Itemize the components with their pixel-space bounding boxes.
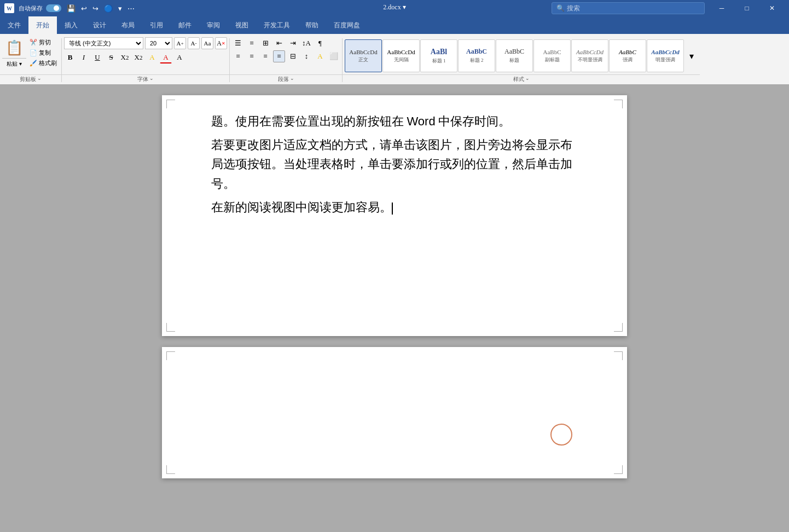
tab-design[interactable]: 设计 (85, 16, 114, 34)
undo-button[interactable]: ↩ (79, 3, 89, 14)
format-painter-icon: 🖌️ (30, 60, 37, 67)
font-shrink-button[interactable]: A- (188, 37, 200, 49)
tab-insert[interactable]: 插入 (57, 16, 85, 34)
columns-button[interactable]: ⊟ (287, 50, 299, 62)
redo-button[interactable]: ↪ (90, 3, 101, 14)
customize-qat[interactable]: ▾ (116, 3, 124, 14)
copy-icon: 📄 (30, 49, 37, 56)
page-2-corner-tr (614, 351, 623, 360)
page-1[interactable]: 题。使用在需要位置出现的新按钮在 Word 中保存时间。 若要更改图片适应文档的… (162, 95, 627, 336)
paragraph-expand-button[interactable]: ⌄ (290, 76, 294, 83)
bold-button[interactable]: B (64, 51, 76, 63)
auto-save-options[interactable]: 🔵 (102, 3, 115, 14)
style-intense-emphasis[interactable]: AaBbCcDd 明显强调 (647, 39, 684, 72)
more-commands[interactable]: ⋯ (125, 3, 137, 14)
font-color-button[interactable]: A (160, 51, 172, 63)
change-case-button[interactable]: Aa (201, 37, 213, 49)
page-corner-br (614, 323, 623, 332)
styles-expand-button[interactable]: ⌄ (525, 76, 530, 83)
page-1-content[interactable]: 题。使用在需要位置出现的新按钮在 Word 中保存时间。 若要更改图片适应文档的… (211, 112, 578, 217)
search-icon: 🔍 (556, 4, 565, 13)
tab-home[interactable]: 开始 (28, 16, 57, 34)
style-subtle-emphasis[interactable]: AaBbCcDd 不明显强调 (571, 39, 608, 72)
copy-button[interactable]: 📄 复制 (27, 48, 59, 57)
tab-view[interactable]: 视图 (228, 16, 256, 34)
font-effects-button[interactable]: A (173, 51, 185, 63)
ribbon-content: 📋 粘贴 ▾ ✂️ 剪切 📄 复制 🖌️ 格式刷 剪贴板 ⌄ (0, 34, 789, 84)
font-size-select[interactable]: 20 (145, 37, 172, 49)
multilevel-list-button[interactable]: ⊞ (259, 37, 271, 49)
highlight-button[interactable]: A (146, 51, 158, 63)
style-subtle-emphasis-name: 不明显强调 (578, 56, 602, 63)
paragraph-3[interactable]: 在新的阅读视图中阅读更加容易。 (211, 198, 578, 217)
underline-button[interactable]: U (91, 51, 103, 63)
paragraph-group-label: 段落 (278, 76, 289, 83)
style-subtitle-preview: AaBbC (543, 49, 561, 55)
style-heading2-name: 标题 2 (470, 57, 484, 64)
strikethrough-button[interactable]: S (105, 51, 117, 63)
superscript-button[interactable]: X2 (132, 51, 144, 63)
style-heading1-name: 标题 1 (432, 57, 446, 65)
decrease-indent-button[interactable]: ⇤ (273, 37, 285, 49)
clear-format-button[interactable]: A✕ (215, 37, 227, 49)
paragraph-2[interactable]: 若要更改图片适应文档的方式，请单击该图片，图片旁边将会显示布局选项按钮。当处理表… (211, 135, 578, 193)
tab-baidu[interactable]: 百度网盘 (326, 16, 368, 34)
paste-button[interactable]: 📋 粘贴 ▾ (2, 37, 26, 70)
show-marks-button[interactable]: ¶ (314, 37, 326, 49)
search-input[interactable] (567, 4, 700, 12)
tab-references[interactable]: 引用 (142, 16, 171, 34)
borders-button[interactable]: ⬜ (328, 50, 340, 62)
style-heading2-preview: AaBbC (466, 48, 487, 56)
save-button[interactable]: 💾 (65, 3, 78, 14)
page-2[interactable] (162, 347, 627, 478)
subscript-button[interactable]: X2 (119, 51, 131, 63)
cut-label: 剪切 (39, 38, 51, 47)
styles-group: AaBbCcDd 正文 AaBbCcDd 无间隔 AaBl 标题 1 AaBbC… (343, 36, 700, 84)
tab-file[interactable]: 文件 (0, 16, 28, 34)
font-grow-button[interactable]: A+ (174, 37, 186, 49)
styles-scroll-down[interactable]: ▾ (686, 50, 698, 62)
style-no-spacing[interactable]: AaBbCcDd 无间隔 (382, 39, 420, 72)
restore-button[interactable]: □ (734, 0, 759, 16)
numbering-button[interactable]: ≡ (246, 37, 258, 49)
cut-button[interactable]: ✂️ 剪切 (27, 37, 59, 47)
tab-review[interactable]: 审阅 (199, 16, 228, 34)
close-button[interactable]: ✕ (759, 0, 785, 16)
window-controls: ─ □ ✕ (709, 0, 785, 16)
justify-button[interactable]: ≡ (273, 50, 285, 62)
format-painter-button[interactable]: 🖌️ 格式刷 (27, 58, 59, 68)
shading-button[interactable]: A (314, 50, 326, 62)
tab-layout[interactable]: 布局 (114, 16, 142, 34)
clipboard-expand-button[interactable]: ⌄ (37, 76, 42, 83)
style-heading1[interactable]: AaBl 标题 1 (420, 39, 457, 72)
tab-mail[interactable]: 邮件 (171, 16, 199, 34)
style-emphasis-name: 强调 (623, 56, 633, 63)
bullets-button[interactable]: ☰ (232, 37, 244, 49)
tab-developer[interactable]: 开发工具 (256, 16, 298, 34)
minimize-button[interactable]: ─ (709, 0, 734, 16)
document-area: 题。使用在需要位置出现的新按钮在 Word 中保存时间。 若要更改图片适应文档的… (0, 84, 789, 532)
tab-help[interactable]: 帮助 (298, 16, 326, 34)
align-center-button[interactable]: ≡ (246, 50, 258, 62)
paste-dropdown[interactable]: 粘贴 ▾ (2, 58, 26, 69)
style-heading2[interactable]: AaBbC 标题 2 (458, 39, 495, 72)
line-spacing-button[interactable]: ↕ (300, 50, 312, 62)
style-subtitle-name: 副标题 (545, 56, 560, 63)
align-right-button[interactable]: ≡ (259, 50, 271, 62)
style-emphasis[interactable]: AaBbC 强调 (609, 39, 646, 72)
clipboard-group-label: 剪贴板 (20, 76, 36, 83)
page-2-corner-bl (166, 465, 175, 474)
style-subtitle[interactable]: AaBbC 副标题 (533, 39, 571, 72)
search-bar[interactable]: 🔍 (552, 2, 705, 14)
autosave-toggle[interactable] (46, 4, 61, 12)
style-title[interactable]: AaBbC 标题 (496, 39, 533, 72)
font-group-label: 字体 (137, 76, 148, 83)
font-expand-button[interactable]: ⌄ (149, 76, 154, 83)
sort-button[interactable]: ↕A (300, 37, 312, 49)
paragraph-1[interactable]: 题。使用在需要位置出现的新按钮在 Word 中保存时间。 (211, 112, 578, 131)
increase-indent-button[interactable]: ⇥ (287, 37, 299, 49)
align-left-button[interactable]: ≡ (232, 50, 244, 62)
font-name-select[interactable]: 等线 (中文正文) (64, 37, 143, 49)
italic-button[interactable]: I (78, 51, 90, 63)
style-normal[interactable]: AaBbCcDd 正文 (345, 39, 382, 72)
